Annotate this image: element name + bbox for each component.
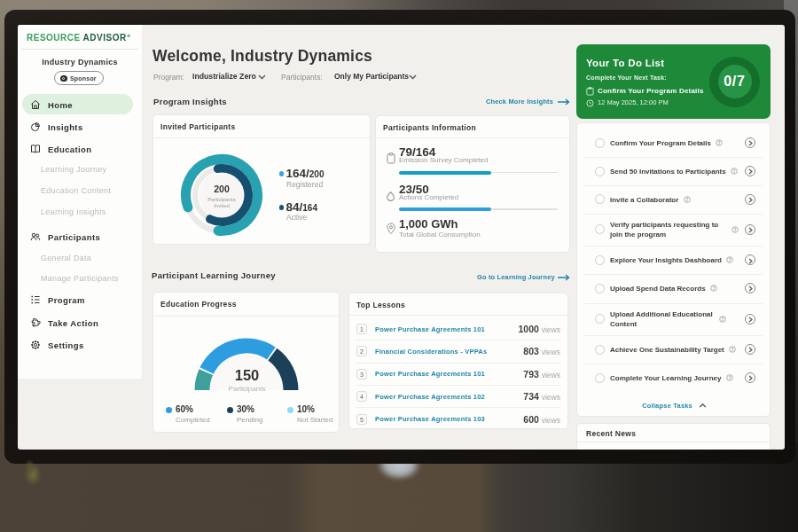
- svg-text:200: 200: [214, 184, 230, 194]
- svg-text:Participants: Participants: [207, 197, 235, 202]
- svg-text:Invited: Invited: [214, 203, 230, 208]
